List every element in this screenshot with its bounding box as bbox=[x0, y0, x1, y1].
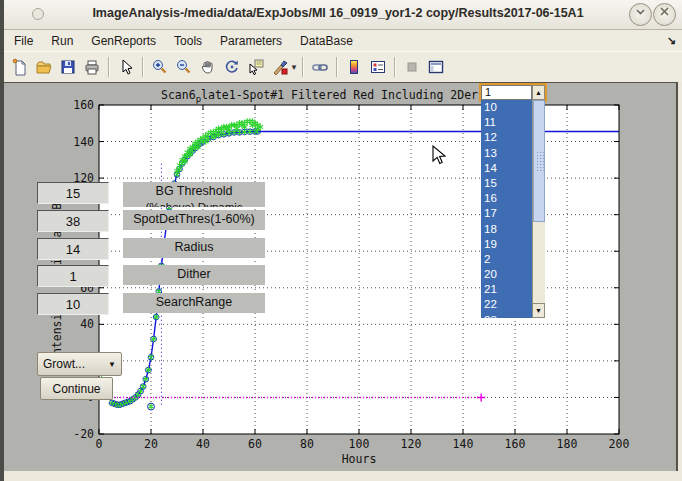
continue-button-label: Continue bbox=[52, 382, 100, 396]
dropdown-item-11[interactable]: 11 bbox=[481, 115, 532, 130]
svg-text:160: 160 bbox=[73, 98, 94, 112]
dropdown-item-16[interactable]: 16 bbox=[481, 191, 532, 206]
svg-text:40: 40 bbox=[80, 317, 94, 331]
svg-text:160: 160 bbox=[505, 437, 526, 451]
dropdown-item-2[interactable]: 2 bbox=[481, 252, 532, 267]
plot-title: Scan6plate1-Spot#1 Filtered Red Includin… bbox=[161, 88, 513, 104]
dropdown-value[interactable]: 1 bbox=[481, 85, 532, 100]
svg-text:200: 200 bbox=[609, 437, 630, 451]
svg-text:20: 20 bbox=[144, 437, 158, 451]
dropdown-item-19[interactable]: 19 bbox=[481, 237, 532, 252]
svg-text:140: 140 bbox=[453, 437, 474, 451]
continue-button[interactable]: Continue bbox=[40, 377, 113, 400]
mouse-cursor-icon bbox=[432, 145, 448, 165]
dropdown-list: 10111213141516171819220212223 bbox=[481, 100, 532, 318]
scroll-down-icon[interactable]: ▼ bbox=[532, 303, 545, 318]
dropdown-item-17[interactable]: 17 bbox=[481, 206, 532, 221]
field-radius[interactable] bbox=[37, 238, 109, 260]
svg-text:180: 180 bbox=[557, 437, 578, 451]
dropdown-item-23[interactable]: 23 bbox=[481, 313, 532, 318]
dropdown-item-22[interactable]: 22 bbox=[481, 297, 532, 312]
growth-popup-label: Growt... bbox=[43, 357, 85, 371]
sublabel: (%above) Dynamic bbox=[123, 201, 265, 207]
app-window: 020406080100120140160180200-200204060801… bbox=[0, 0, 682, 481]
dropdown-item-10[interactable]: 10 bbox=[481, 100, 532, 115]
growth-popup-menu[interactable]: Growt... ▼ bbox=[37, 352, 122, 376]
dropdown-item-12[interactable]: 12 bbox=[481, 130, 532, 145]
label-bg-threshold: BG Threshold(%above) Dynamic bbox=[123, 182, 265, 207]
down-caret-icon: ▼ bbox=[108, 360, 116, 369]
svg-text:Scan6plate1-Spot#1 Filtered Re: Scan6plate1-Spot#1 Filtered Red Includin… bbox=[161, 88, 513, 104]
field-dither[interactable] bbox=[37, 265, 109, 287]
field-bg-threshold[interactable] bbox=[37, 182, 109, 204]
field-spotdetthres-1-60-[interactable] bbox=[37, 210, 109, 232]
scrollbar-grip-icon bbox=[536, 151, 544, 173]
dropdown-item-13[interactable]: 13 bbox=[481, 146, 532, 161]
svg-text:80: 80 bbox=[300, 437, 314, 451]
dropdown-scrollbar[interactable] bbox=[532, 100, 545, 303]
dropdown-item-14[interactable]: 14 bbox=[481, 161, 532, 176]
svg-text:40: 40 bbox=[196, 437, 210, 451]
label-dither: Dither bbox=[123, 265, 265, 285]
scrollbar-thumb[interactable] bbox=[533, 100, 545, 222]
svg-text:0: 0 bbox=[96, 437, 103, 451]
svg-text:100: 100 bbox=[349, 437, 370, 451]
x-axis-label: Hours bbox=[342, 452, 377, 466]
svg-text:120: 120 bbox=[401, 437, 422, 451]
scroll-up-icon[interactable]: ▲ bbox=[532, 85, 545, 100]
svg-text:140: 140 bbox=[73, 135, 94, 149]
dropdown-item-15[interactable]: 15 bbox=[481, 176, 532, 191]
svg-text:60: 60 bbox=[248, 437, 262, 451]
svg-text:-20: -20 bbox=[73, 427, 94, 441]
field-searchrange[interactable] bbox=[37, 293, 109, 315]
dropdown-item-18[interactable]: 18 bbox=[481, 222, 532, 237]
dropdown-item-20[interactable]: 20 bbox=[481, 267, 532, 282]
label-searchrange: SearchRange bbox=[123, 293, 265, 313]
label-radius: Radius bbox=[123, 238, 265, 258]
dropdown-item-21[interactable]: 21 bbox=[481, 282, 532, 297]
label-spotdetthres-1-60-: SpotDetThres(1-60%) bbox=[123, 210, 265, 230]
